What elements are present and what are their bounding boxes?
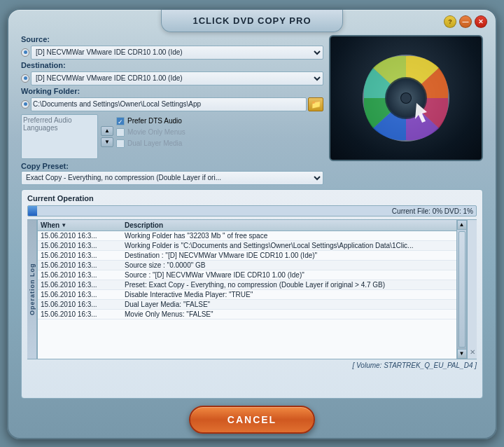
destination-label: Destination: <box>21 61 323 69</box>
log-cell-desc: Preset: Exact Copy - Everything, no comp… <box>125 281 454 289</box>
log-cell-desc: Source : "[D] NECVMWar VMware IDE CDR10 … <box>125 271 454 279</box>
log-cell-when: 15.06.2010 16:3... <box>41 232 125 240</box>
log-row: 15.06.2010 16:3... Source size : "0.0000… <box>38 261 456 270</box>
window-controls: ? — ✕ <box>444 15 487 28</box>
movie-only-checkbox[interactable] <box>116 128 125 137</box>
log-row: 15.06.2010 16:3... Movie Only Menus: "FA… <box>38 310 456 319</box>
log-cell-desc: Dual Layer Media: "FALSE" <box>125 301 454 308</box>
audio-scroll-down[interactable]: ▼ <box>101 137 113 147</box>
log-sidebar-label: Operation Log <box>27 219 37 359</box>
help-button[interactable]: ? <box>444 15 456 28</box>
main-content: Source: [D] NECVMWar VMware IDE CDR10 1.… <box>21 35 483 399</box>
col-desc-header: Description <box>125 221 454 229</box>
dual-layer-label: Dual Layer Media <box>127 139 182 147</box>
log-cell-when: 15.06.2010 16:3... <box>41 271 125 279</box>
cancel-button-area: CANCEL <box>189 406 315 434</box>
progress-text: Current File: 0% DVD: 1% <box>392 206 473 216</box>
log-cell-desc: Working Folder is "C:\Documents and Sett… <box>125 242 454 249</box>
destination-dropdown[interactable]: [D] NECVMWar VMware IDE CDR10 1.00 (Ide) <box>31 71 323 85</box>
log-cell-desc: Source size : "0.0000" GB <box>125 261 454 269</box>
prefer-dts-label: Prefer DTS Audio <box>127 117 182 125</box>
log-container: Operation Log When ▼ Description 15.06.2… <box>27 219 477 359</box>
log-row: 15.06.2010 16:3... Working Folder has "3… <box>38 231 456 241</box>
audio-list-label: Preferred Audio Languages <box>23 116 72 132</box>
volume-label: [ Volume: STARTREK_Q_EU_PAL_D4 ] <box>27 362 477 369</box>
movie-only-label: Movie Only Menus <box>127 128 186 136</box>
audio-scroll-up[interactable]: ▲ <box>101 126 113 136</box>
operation-section: Current Operation Current File: 0% DVD: … <box>21 189 483 399</box>
log-cell-when: 15.06.2010 16:3... <box>41 281 125 289</box>
audio-section: Preferred Audio Languages ▲ ▼ Prefer DTS… <box>21 114 323 159</box>
log-header: When ▼ Description <box>38 220 456 231</box>
log-row: 15.06.2010 16:3... Dual Layer Media: "FA… <box>38 300 456 310</box>
source-row: [D] NECVMWar VMware IDE CDR10 1.00 (Ide) <box>21 46 323 60</box>
col-when-header: When ▼ <box>41 221 125 229</box>
progress-bar-fill <box>28 206 37 216</box>
folder-radio[interactable] <box>21 100 29 109</box>
left-panel: Source: [D] NECVMWar VMware IDE CDR10 1.… <box>21 35 323 185</box>
log-cell-when: 15.06.2010 16:3... <box>41 252 125 259</box>
source-dropdown[interactable]: [D] NECVMWar VMware IDE CDR10 1.00 (Ide) <box>31 46 323 60</box>
prefer-dts-checkbox[interactable] <box>116 117 125 125</box>
log-scrollbar: ▲ ▼ <box>457 219 467 359</box>
dual-layer-row: Dual Layer Media <box>116 139 186 148</box>
app-title: 1CLICK DVD COPY PRO <box>192 15 311 26</box>
log-cell-desc: Working Folder has "32203 Mb " of free s… <box>125 232 454 240</box>
log-cell-when: 15.06.2010 16:3... <box>41 261 125 269</box>
working-folder-input[interactable] <box>31 97 307 111</box>
log-cell-desc: Destination : "[D] NECVMWar VMware IDE C… <box>125 252 454 259</box>
working-folder-row: 📁 <box>21 97 323 111</box>
app-window: 1CLICK DVD COPY PRO ? — ✕ Source: [D] NE… <box>7 8 497 439</box>
log-row: 15.06.2010 16:3... Destination : "[D] NE… <box>38 251 456 261</box>
working-folder-label: Working Folder: <box>21 87 323 95</box>
destination-row: [D] NECVMWar VMware IDE CDR10 1.00 (Ide) <box>21 71 323 85</box>
minimize-button[interactable]: — <box>459 15 472 28</box>
preset-row: Copy Preset: Exact Copy - Everything, no… <box>21 162 323 185</box>
source-radio[interactable] <box>21 48 29 57</box>
progress-bar-container: Current File: 0% DVD: 1% <box>27 205 477 216</box>
log-cell-when: 15.06.2010 16:3... <box>41 291 125 298</box>
log-cell-desc: Movie Only Menus: "FALSE" <box>125 310 454 318</box>
log-row: 15.06.2010 16:3... Working Folder is "C:… <box>38 241 456 251</box>
log-table: When ▼ Description 15.06.2010 16:3... Wo… <box>37 219 457 359</box>
log-row: 15.06.2010 16:3... Source : "[D] NECVMWa… <box>38 270 456 280</box>
options-column: Prefer DTS Audio Movie Only Menus Dual L… <box>116 114 186 159</box>
audio-listbox[interactable]: Preferred Audio Languages <box>21 114 98 159</box>
destination-radio[interactable] <box>21 74 29 83</box>
preset-label: Copy Preset: <box>21 162 323 170</box>
preset-dropdown[interactable]: Exact Copy - Everything, no compression … <box>21 171 323 185</box>
dvd-preview <box>329 35 483 161</box>
prefer-dts-row: Prefer DTS Audio <box>116 117 186 125</box>
current-operation-label: Current Operation <box>27 194 477 202</box>
log-scroll-down[interactable]: ▼ <box>457 349 467 359</box>
log-scroll-thumb[interactable] <box>458 231 465 348</box>
close-button[interactable]: ✕ <box>475 15 487 28</box>
log-scroll-up[interactable]: ▲ <box>457 220 467 230</box>
cancel-button[interactable]: CANCEL <box>189 406 315 434</box>
title-bar: 1CLICK DVD COPY PRO <box>161 10 343 32</box>
dvd-disc-image <box>360 53 451 144</box>
svg-point-4 <box>401 93 411 103</box>
top-section: Source: [D] NECVMWar VMware IDE CDR10 1.… <box>21 35 483 185</box>
remove-button[interactable]: ✕ <box>467 219 477 359</box>
log-cell-when: 15.06.2010 16:3... <box>41 310 125 318</box>
browse-button[interactable]: 📁 <box>308 97 323 111</box>
log-cell-when: 15.06.2010 16:3... <box>41 242 125 249</box>
source-label: Source: <box>21 35 323 43</box>
movie-only-row: Movie Only Menus <box>116 128 186 137</box>
audio-scroll-controls: ▲ ▼ <box>101 114 113 159</box>
log-rows: 15.06.2010 16:3... Working Folder has "3… <box>38 231 456 355</box>
log-cell-when: 15.06.2010 16:3... <box>41 301 125 308</box>
log-row: 15.06.2010 16:3... Preset: Exact Copy - … <box>38 280 456 290</box>
log-row: 15.06.2010 16:3... Disable Interactive M… <box>38 290 456 300</box>
sort-icon: ▼ <box>61 222 66 228</box>
dual-layer-checkbox[interactable] <box>116 139 125 148</box>
log-cell-desc: Disable Interactive Media Player: "TRUE" <box>125 291 454 298</box>
